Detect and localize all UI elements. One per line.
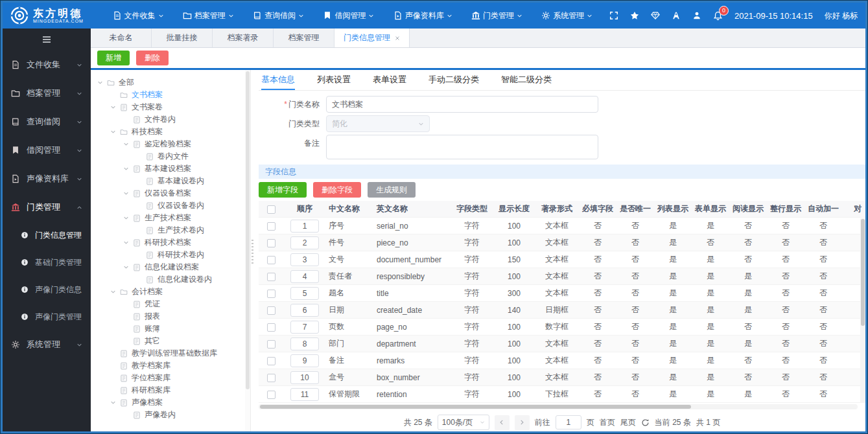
detail-tab-1[interactable]: 列表设置 [317, 70, 351, 90]
sidebar-subitem-5-2[interactable]: 声像门类信息 [3, 276, 91, 303]
tree-node-21[interactable]: 其它 [97, 335, 245, 347]
tree-node-1[interactable]: 文书档案 [97, 89, 245, 101]
prev-page-button[interactable] [495, 415, 510, 430]
sidebar-item-5[interactable]: 门类管理 [3, 193, 91, 222]
order-input[interactable]: 6 [290, 304, 319, 317]
topbar-menu-item-3[interactable]: 借阅管理 [323, 10, 374, 21]
tree-node-0[interactable]: 全部 [97, 76, 245, 89]
close-icon[interactable] [395, 36, 400, 41]
tree-node-26[interactable]: 声像档案 [97, 396, 245, 409]
chevron-down-icon[interactable] [110, 400, 120, 405]
tree-node-24[interactable]: 学位档案库 [97, 372, 245, 384]
user-icon[interactable] [692, 11, 701, 20]
page-number-input[interactable] [556, 415, 581, 429]
tree-node-17[interactable]: 会计档案 [97, 286, 245, 298]
order-input[interactable]: 5 [290, 287, 319, 300]
tree-node-14[interactable]: 科研技术卷内 [97, 249, 245, 261]
row-checkbox[interactable] [267, 256, 276, 264]
detail-tab-2[interactable]: 表单设置 [373, 70, 406, 90]
tree-node-11[interactable]: 生产技术档案 [97, 212, 245, 224]
row-checkbox[interactable] [267, 357, 276, 365]
row-checkbox[interactable] [267, 306, 276, 315]
delete-button[interactable]: 删除 [136, 51, 169, 65]
topbar-menu-item-0[interactable]: 文件收集 [113, 10, 164, 21]
tree-node-4[interactable]: 科技档案 [97, 126, 245, 138]
sidebar-subitem-5-3[interactable]: 声像门类管理 [3, 303, 91, 330]
tree-node-3[interactable]: 文件卷内 [97, 113, 245, 126]
row-checkbox[interactable] [267, 340, 276, 348]
sidebar-collapse-button[interactable] [3, 29, 91, 51]
table-horizontal-scrollbar[interactable] [259, 404, 858, 409]
order-input[interactable]: 1 [290, 220, 319, 233]
tree-node-9[interactable]: 仪器设备档案 [97, 187, 245, 200]
bell-icon[interactable]: 0 [713, 11, 723, 21]
tree-node-5[interactable]: 鉴定检验档案 [97, 138, 245, 150]
workspace-tab-1[interactable]: 批量挂接 [152, 29, 213, 47]
row-checkbox[interactable] [267, 374, 276, 382]
row-checkbox[interactable] [267, 391, 276, 399]
gem-icon[interactable] [651, 11, 660, 20]
sidebar-item-2[interactable]: 查询借阅 [3, 108, 91, 136]
first-page-link[interactable]: 首页 [600, 417, 615, 428]
page-size-select[interactable]: 100条/页 [438, 415, 489, 430]
order-input[interactable]: 8 [290, 337, 319, 350]
topbar-menu-item-1[interactable]: 档案管理 [183, 10, 234, 21]
row-checkbox[interactable] [267, 290, 276, 298]
tree-node-25[interactable]: 科研档案库 [97, 384, 245, 396]
tree-node-2[interactable]: 文书案卷 [97, 101, 245, 113]
last-page-link[interactable]: 尾页 [620, 417, 636, 428]
order-input[interactable]: 10 [290, 371, 319, 384]
chevron-down-icon[interactable] [123, 141, 133, 147]
generate-rule-button[interactable]: 生成规则 [368, 182, 416, 198]
detail-tab-3[interactable]: 手动二级分类 [428, 70, 479, 90]
tree-scrollbar[interactable] [245, 70, 250, 431]
chevron-down-icon[interactable] [123, 264, 133, 270]
order-input[interactable]: 3 [290, 253, 319, 266]
tree-node-6[interactable]: 卷内文件 [97, 150, 245, 163]
tree-node-23[interactable]: 教学档案库 [97, 360, 245, 372]
chevron-down-icon[interactable] [123, 215, 133, 221]
tree-node-22[interactable]: 教学训练管理基础数据库 [97, 347, 245, 360]
sidebar-subitem-5-1[interactable]: 基础门类管理 [3, 249, 91, 276]
sidebar-item-4[interactable]: 声像资料库 [3, 165, 91, 193]
chevron-down-icon[interactable] [110, 129, 120, 135]
add-field-button[interactable]: 新增字段 [259, 182, 307, 198]
topbar-menu-item-4[interactable]: 声像资料库 [393, 10, 452, 21]
workspace-tab-0[interactable]: 未命名 [91, 29, 152, 47]
order-input[interactable]: 11 [290, 388, 319, 401]
row-checkbox[interactable] [267, 222, 276, 231]
chevron-down-icon[interactable] [123, 240, 133, 246]
detail-tab-4[interactable]: 智能二级分类 [501, 70, 552, 90]
fullscreen-icon[interactable] [609, 11, 618, 20]
workspace-tab-3[interactable]: 档案管理 [274, 29, 334, 47]
tree-node-27[interactable]: 声像卷内 [97, 409, 245, 421]
workspace-tab-2[interactable]: 档案著录 [213, 29, 274, 47]
row-checkbox[interactable] [267, 239, 276, 247]
table-hscroll-thumb[interactable] [260, 405, 691, 409]
category-name-input[interactable] [326, 96, 598, 113]
delete-field-button[interactable]: 删除字段 [313, 182, 361, 198]
topbar-menu-item-2[interactable]: 查询借阅 [253, 10, 304, 21]
tree-node-8[interactable]: 基本建设卷内 [97, 175, 245, 187]
tree-node-18[interactable]: 凭证 [97, 298, 245, 310]
order-input[interactable]: 4 [290, 270, 319, 283]
chevron-down-icon[interactable] [110, 104, 120, 110]
remark-textarea[interactable] [326, 135, 598, 159]
refresh-icon[interactable] [641, 418, 650, 427]
sidebar-item-1[interactable]: 档案管理 [3, 79, 91, 108]
order-input[interactable]: 9 [290, 354, 319, 367]
sidebar-item-3[interactable]: 借阅管理 [3, 136, 91, 165]
row-checkbox[interactable] [267, 273, 276, 281]
tree-node-13[interactable]: 科研技术档案 [97, 236, 245, 249]
tree-node-15[interactable]: 信息化建设档案 [97, 261, 245, 273]
category-type-select[interactable]: 简化 [326, 115, 430, 132]
order-input[interactable]: 7 [290, 321, 319, 334]
workspace-tab-4[interactable]: 门类信息管理 [334, 29, 410, 47]
tree-node-20[interactable]: 账簿 [97, 323, 245, 335]
topbar-menu-item-5[interactable]: 门类管理 [471, 10, 522, 21]
chevron-down-icon[interactable] [123, 166, 133, 172]
tree-scrollbar-thumb[interactable] [246, 71, 250, 389]
detail-tab-0[interactable]: 基本信息 [261, 70, 295, 90]
sidebar-item-0[interactable]: 文件收集 [3, 51, 91, 79]
sidebar-item-6[interactable]: 系统管理 [3, 330, 91, 359]
